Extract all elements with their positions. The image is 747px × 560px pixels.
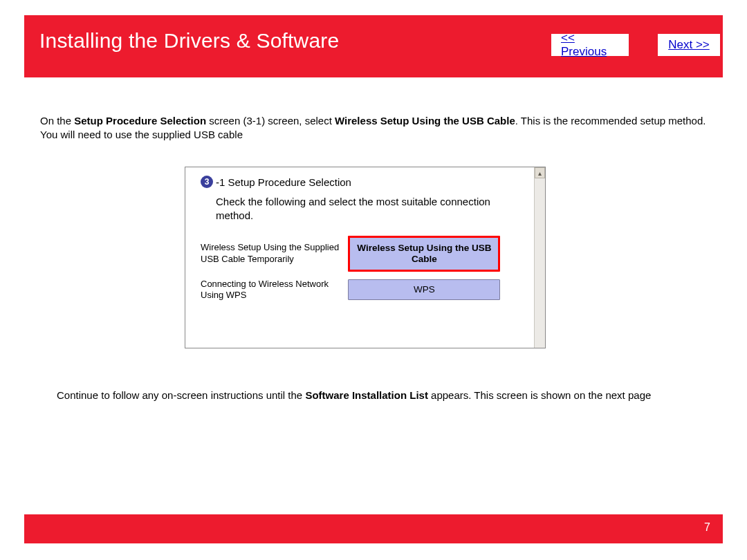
document-page: Installing the Drivers & Software << Pre… — [0, 0, 747, 560]
step-title-text: -1 Setup Procedure Selection — [216, 176, 351, 188]
page-number: 7 — [704, 521, 710, 534]
table-row: Wireless Setup Using the Supplied USB Ca… — [201, 233, 522, 274]
intro-pre: On the — [40, 115, 74, 127]
intro-paragraph: On the Setup Procedure Selection screen … — [40, 114, 718, 142]
wireless-usb-button[interactable]: Wireless Setup Using the USB Cable — [348, 236, 500, 272]
continue-pre: Continue to follow any on-screen instruc… — [57, 389, 305, 401]
step-description: Check the following and select the most … — [216, 195, 513, 223]
continue-bold: Software Installation List — [305, 389, 428, 401]
scroll-up-icon[interactable]: ▴ — [535, 167, 545, 178]
next-button[interactable]: Next >> — [658, 34, 720, 56]
scrollbar[interactable]: ▴ — [534, 167, 545, 348]
continue-paragraph: Continue to follow any on-screen instruc… — [57, 389, 693, 402]
intro-bold-2: Wireless Setup Using the USB Cable — [335, 115, 515, 127]
previous-button[interactable]: << Previous — [551, 34, 629, 56]
setup-screenshot: ▴ 3 -1 Setup Procedure Selection Check t… — [185, 167, 546, 348]
step-number-badge: 3 — [201, 176, 213, 188]
intro-mid: screen (3-1) screen, select — [206, 115, 335, 127]
table-row: Connecting to Wireless Network Using WPS… — [201, 274, 522, 306]
options-table: Wireless Setup Using the Supplied USB Ca… — [201, 233, 522, 306]
header-band: Installing the Drivers & Software << Pre… — [24, 15, 723, 77]
intro-bold-1: Setup Procedure Selection — [74, 115, 206, 127]
step-heading: 3 -1 Setup Procedure Selection — [201, 176, 522, 188]
option-label: Connecting to Wireless Network Using WPS — [201, 274, 348, 306]
screenshot-content: 3 -1 Setup Procedure Selection Check the… — [185, 167, 534, 348]
continue-post: appears. This screen is shown on the nex… — [428, 389, 651, 401]
wps-button[interactable]: WPS — [348, 279, 500, 300]
page-title: Installing the Drivers & Software — [24, 15, 339, 53]
option-label: Wireless Setup Using the Supplied USB Ca… — [201, 233, 348, 274]
footer-band: 7 — [24, 514, 723, 543]
